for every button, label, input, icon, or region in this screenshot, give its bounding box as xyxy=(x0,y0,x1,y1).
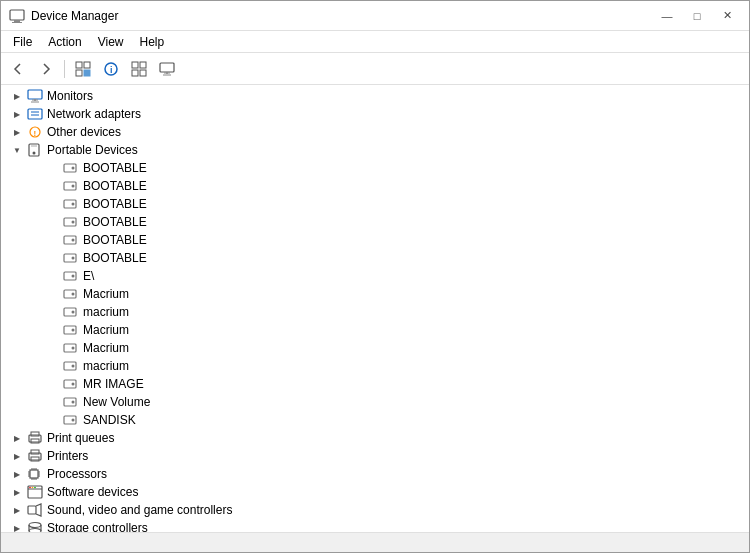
tree-item-macrium5[interactable]: macrium xyxy=(1,357,749,375)
item-label-storage: Storage controllers xyxy=(47,521,148,532)
expand-icon-bootable1[interactable] xyxy=(45,160,61,176)
expand-icon-new-volume[interactable] xyxy=(45,394,61,410)
tree-item-new-volume[interactable]: New Volume xyxy=(1,393,749,411)
expand-icon-bootable5[interactable] xyxy=(45,232,61,248)
menu-file[interactable]: File xyxy=(5,31,40,52)
expand-icon-storage[interactable]: ▶ xyxy=(9,520,25,532)
item-label-processors: Processors xyxy=(47,467,107,481)
tree-item-network[interactable]: ▶Network adapters xyxy=(1,105,749,123)
svg-point-36 xyxy=(72,221,75,224)
tree-item-processors[interactable]: ▶Processors xyxy=(1,465,749,483)
minimize-button[interactable]: — xyxy=(653,6,681,26)
item-icon-portable xyxy=(27,142,43,158)
tree-item-macrium2[interactable]: macrium xyxy=(1,303,749,321)
svg-rect-11 xyxy=(132,70,138,76)
item-icon-bootable2 xyxy=(63,178,79,194)
toolbar-separator-1 xyxy=(64,60,65,78)
expand-icon-sound[interactable]: ▶ xyxy=(9,502,25,518)
tree-item-portable[interactable]: ▼Portable Devices xyxy=(1,141,749,159)
menu-help[interactable]: Help xyxy=(132,31,173,52)
svg-point-44 xyxy=(72,293,75,296)
show-hidden-button[interactable] xyxy=(70,57,96,81)
status-bar xyxy=(1,532,749,552)
svg-point-82 xyxy=(34,487,36,489)
tree-item-macrium3[interactable]: Macrium xyxy=(1,321,749,339)
expand-icon-bootable3[interactable] xyxy=(45,196,61,212)
expand-icon-macrium5[interactable] xyxy=(45,358,61,374)
tree-item-monitors[interactable]: ▶Monitors xyxy=(1,87,749,105)
svg-rect-4 xyxy=(84,62,90,68)
expand-icon-print-queues[interactable]: ▶ xyxy=(9,430,25,446)
tree-item-bootable2[interactable]: BOOTABLE xyxy=(1,177,749,195)
item-label-macrium4: Macrium xyxy=(83,341,129,355)
expand-icon-mr-image[interactable] xyxy=(45,376,61,392)
tree-item-bootable1[interactable]: BOOTABLE xyxy=(1,159,749,177)
tree-item-e-drive[interactable]: E\ xyxy=(1,267,749,285)
svg-point-34 xyxy=(72,203,75,206)
menu-action[interactable]: Action xyxy=(40,31,89,52)
menu-view[interactable]: View xyxy=(90,31,132,52)
expand-icon-processors[interactable]: ▶ xyxy=(9,466,25,482)
tree-item-printers[interactable]: ▶Printers xyxy=(1,447,749,465)
expand-icon-monitors[interactable]: ▶ xyxy=(9,88,25,104)
tree-item-macrium4[interactable]: Macrium xyxy=(1,339,749,357)
expand-icon-software[interactable]: ▶ xyxy=(9,484,25,500)
expand-icon-network[interactable]: ▶ xyxy=(9,106,25,122)
device-manager-window: Device Manager — □ ✕ File Action View He… xyxy=(0,0,750,553)
expand-icon-portable[interactable]: ▼ xyxy=(9,142,25,158)
tree-view[interactable]: ▶Monitors▶Network adapters▶!Other device… xyxy=(1,85,749,532)
back-button[interactable] xyxy=(5,57,31,81)
tree-item-storage[interactable]: ▶Storage controllers xyxy=(1,519,749,532)
expand-icon-e-drive[interactable] xyxy=(45,268,61,284)
svg-text:i: i xyxy=(110,65,113,75)
tree-item-macrium1[interactable]: Macrium xyxy=(1,285,749,303)
tree-item-bootable3[interactable]: BOOTABLE xyxy=(1,195,749,213)
svg-point-40 xyxy=(72,257,75,260)
update-button[interactable] xyxy=(126,57,152,81)
svg-rect-12 xyxy=(140,70,146,76)
tree-item-bootable5[interactable]: BOOTABLE xyxy=(1,231,749,249)
item-icon-monitors xyxy=(27,88,43,104)
svg-point-46 xyxy=(72,311,75,314)
item-label-bootable3: BOOTABLE xyxy=(83,197,147,211)
tree-item-print-queues[interactable]: ▶Print queues xyxy=(1,429,749,447)
svg-rect-10 xyxy=(140,62,146,68)
expand-icon-macrium1[interactable] xyxy=(45,286,61,302)
maximize-button[interactable]: □ xyxy=(683,6,711,26)
item-label-other: Other devices xyxy=(47,125,121,139)
expand-icon-printers[interactable]: ▶ xyxy=(9,448,25,464)
expand-icon-macrium3[interactable] xyxy=(45,322,61,338)
svg-point-80 xyxy=(29,487,31,489)
svg-text:!: ! xyxy=(34,129,37,138)
svg-rect-9 xyxy=(132,62,138,68)
item-icon-storage xyxy=(27,520,43,532)
properties-button[interactable]: i xyxy=(98,57,124,81)
item-label-mr-image: MR IMAGE xyxy=(83,377,144,391)
svg-point-56 xyxy=(72,401,75,404)
display-button[interactable] xyxy=(154,57,180,81)
tree-item-mr-image[interactable]: MR IMAGE xyxy=(1,375,749,393)
tree-item-software[interactable]: ▶Software devices xyxy=(1,483,749,501)
app-icon xyxy=(9,8,25,24)
expand-icon-other[interactable]: ▶ xyxy=(9,124,25,140)
expand-icon-macrium2[interactable] xyxy=(45,304,61,320)
item-icon-bootable1 xyxy=(63,160,79,176)
tree-item-sandisk[interactable]: SANDISK xyxy=(1,411,749,429)
expand-icon-bootable2[interactable] xyxy=(45,178,61,194)
tree-item-sound[interactable]: ▶Sound, video and game controllers xyxy=(1,501,749,519)
close-button[interactable]: ✕ xyxy=(713,6,741,26)
item-icon-network xyxy=(27,106,43,122)
svg-point-52 xyxy=(72,365,75,368)
item-icon-processors xyxy=(27,466,43,482)
expand-icon-macrium4[interactable] xyxy=(45,340,61,356)
forward-button[interactable] xyxy=(33,57,59,81)
expand-icon-bootable4[interactable] xyxy=(45,214,61,230)
expand-icon-bootable6[interactable] xyxy=(45,250,61,266)
tree-item-other[interactable]: ▶!Other devices xyxy=(1,123,749,141)
item-icon-bootable4 xyxy=(63,214,79,230)
item-icon-macrium2 xyxy=(63,304,79,320)
tree-item-bootable6[interactable]: BOOTABLE xyxy=(1,249,749,267)
expand-icon-sandisk[interactable] xyxy=(45,412,61,428)
tree-item-bootable4[interactable]: BOOTABLE xyxy=(1,213,749,231)
item-icon-e-drive xyxy=(63,268,79,284)
